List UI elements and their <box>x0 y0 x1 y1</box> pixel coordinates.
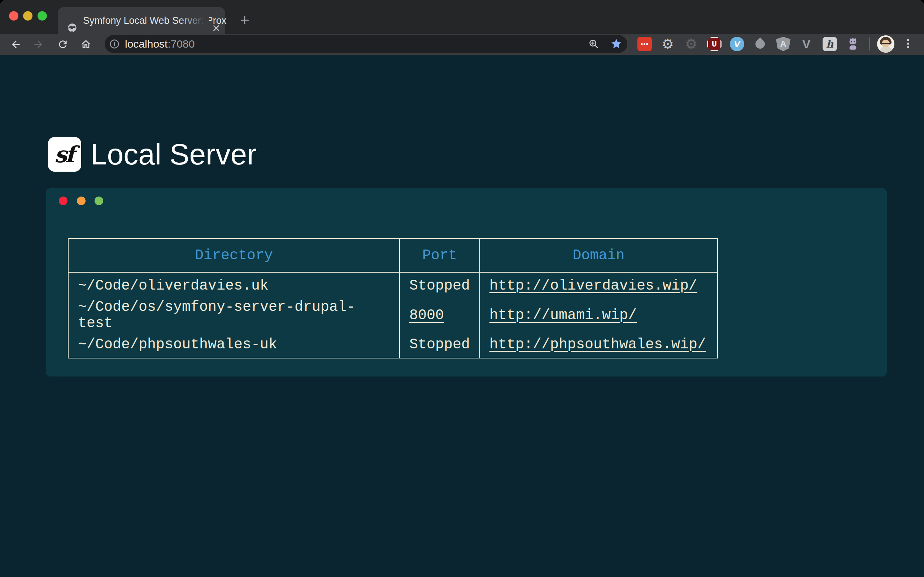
url-host: localhost <box>125 38 168 50</box>
vue-extension-icon[interactable]: V <box>799 37 814 51</box>
browser-window: Symfony Local Web Server: Prox localhost… <box>0 0 924 577</box>
gear-dim-extension-icon[interactable]: ⚙ <box>684 37 698 51</box>
domain-cell: http://phpsouthwales.wip/ <box>480 331 717 358</box>
card-red-dot <box>59 197 68 205</box>
window-close-button[interactable] <box>9 11 18 21</box>
drupal-droplet-icon <box>754 37 767 51</box>
column-header-directory: Directory <box>68 239 399 272</box>
domain-link[interactable]: http://umami.wip/ <box>489 307 637 324</box>
bookmark-star-icon[interactable] <box>611 38 622 50</box>
profile-avatar[interactable] <box>877 35 894 53</box>
port-link[interactable]: 8000 <box>409 307 444 324</box>
card-green-dot <box>95 197 103 205</box>
page-content: sf Local Server Directory Port Domain <box>0 55 924 577</box>
symfony-sf-glyph: sf <box>55 141 75 168</box>
forward-button[interactable] <box>32 39 44 50</box>
domain-cell: http://oliverdavies.wip/ <box>480 272 717 299</box>
port-status-cell: Stopped <box>399 331 480 358</box>
table-row: ~/Code/oliverdavies.uk Stopped http://ol… <box>68 272 717 299</box>
url-port: :7080 <box>168 38 195 50</box>
drupal-extension-icon[interactable] <box>753 37 767 51</box>
domain-link[interactable]: http://phpsouthwales.wip/ <box>489 337 706 353</box>
ublock-extension-icon[interactable]: U <box>707 37 722 51</box>
directory-cell: ~/Code/oliverdavies.uk <box>68 272 399 299</box>
tab-title-fade <box>181 7 209 34</box>
gear-extension-icon[interactable]: ⚙ <box>661 37 675 51</box>
h-extension-icon[interactable]: h <box>822 37 837 51</box>
table-row: ~/Code/phpsouthwales-uk Stopped http://p… <box>68 331 717 358</box>
window-zoom-button[interactable] <box>37 11 47 21</box>
card-orange-dot <box>77 197 86 205</box>
window-minimize-button[interactable] <box>23 11 32 21</box>
page-title: Local Server <box>90 137 257 171</box>
reload-button[interactable] <box>57 39 69 50</box>
blue-v-extension-icon[interactable]: V <box>730 37 744 51</box>
port-status-cell: Stopped <box>399 272 480 299</box>
terminal-card: Directory Port Domain ~/Code/oliverdavie… <box>46 188 887 377</box>
directory-cell: ~/Code/os/symfony-server-drupal-test <box>68 299 399 331</box>
tab-close-icon[interactable] <box>212 23 221 33</box>
browser-menu-button[interactable] <box>905 37 911 50</box>
page-info-icon[interactable] <box>109 39 120 49</box>
lastpass-extension-icon[interactable]: ••• <box>637 37 652 51</box>
table-header-row: Directory Port Domain <box>68 239 717 272</box>
column-header-port: Port <box>399 239 480 272</box>
url-text: localhost:7080 <box>125 34 195 54</box>
column-header-domain: Domain <box>480 239 717 272</box>
tab-title: Symfony Local Web Server: Prox <box>83 7 263 34</box>
github-octocat-icon[interactable] <box>846 37 860 51</box>
server-table: Directory Port Domain ~/Code/oliverdavie… <box>68 238 718 358</box>
home-button[interactable] <box>80 39 92 50</box>
domain-link[interactable]: http://oliverdavies.wip/ <box>489 278 697 294</box>
toolbar-divider <box>869 37 870 50</box>
symfony-logo: sf <box>48 137 81 172</box>
back-button[interactable] <box>10 39 22 50</box>
port-status-cell: 8000 <box>399 299 480 331</box>
zoom-level-icon[interactable] <box>588 39 599 49</box>
globe-favicon-icon <box>67 23 77 33</box>
browser-tab[interactable]: Symfony Local Web Server: Prox <box>58 7 225 34</box>
tab-strip: Symfony Local Web Server: Prox <box>0 0 924 34</box>
domain-cell: http://umami.wip/ <box>480 299 717 331</box>
directory-cell: ~/Code/phpsouthwales-uk <box>68 331 399 358</box>
brand-header: sf Local Server <box>48 137 257 172</box>
table-row: ~/Code/os/symfony-server-drupal-test 800… <box>68 299 717 331</box>
new-tab-button[interactable] <box>239 15 250 26</box>
